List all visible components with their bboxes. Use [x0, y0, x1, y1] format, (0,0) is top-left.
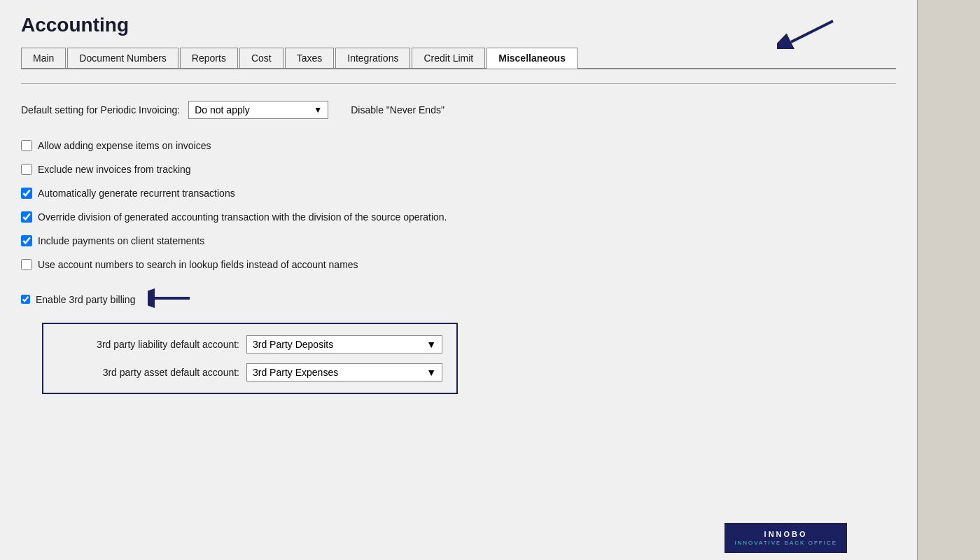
checkbox-enable-third-party[interactable]: [21, 295, 30, 304]
tab-credit-limit[interactable]: Credit Limit: [412, 48, 485, 68]
label-account-numbers: Use account numbers to search in lookup …: [38, 259, 358, 270]
innobo-subtitle: INNOVATIVE BACK OFFICE: [734, 540, 837, 546]
asset-account-dropdown[interactable]: 3rd Party Expenses ▼: [246, 363, 442, 382]
page-title: Accounting: [21, 14, 896, 36]
liability-dropdown-arrow-icon: ▼: [426, 339, 436, 350]
label-exclude-invoices: Exclude new invoices from tracking: [38, 164, 191, 175]
checkbox-auto-generate[interactable]: [21, 188, 32, 199]
innobo-logo: INNOBO INNOVATIVE BACK OFFICE: [724, 523, 847, 553]
asset-account-value: 3rd Party Expenses: [253, 367, 338, 378]
asset-account-label: 3rd party asset default account:: [57, 367, 239, 378]
tab-cost[interactable]: Cost: [239, 48, 284, 68]
svg-line-1: [791, 21, 833, 42]
liability-account-dropdown[interactable]: 3rd Party Deposits ▼: [246, 335, 442, 354]
checkbox-include-payments[interactable]: [21, 235, 32, 246]
arrow-annotation-billing: [148, 284, 197, 314]
arrow-annotation-top: [777, 14, 840, 51]
dropdown-arrow-icon: ▼: [314, 105, 322, 115]
separator: [21, 83, 896, 84]
checkbox-row-include-payments: Include payments on client statements: [21, 235, 896, 246]
third-party-section: Enable 3rd party billing 3rd party liabi…: [21, 284, 896, 394]
tab-integrations[interactable]: Integrations: [335, 48, 410, 68]
checkbox-row-exclude-invoices: Exclude new invoices from tracking: [21, 164, 896, 175]
label-expense-items: Allow adding expense items on invoices: [38, 140, 211, 151]
liability-account-row: 3rd party liability default account: 3rd…: [57, 335, 442, 354]
checkbox-override-division[interactable]: [21, 211, 32, 223]
disable-note: Disable "Never Ends": [351, 104, 444, 115]
periodic-invoicing-value: Do not apply: [195, 104, 250, 115]
checkbox-expense-items[interactable]: [21, 140, 32, 151]
checkbox-exclude-invoices[interactable]: [21, 164, 32, 175]
liability-account-value: 3rd Party Deposits: [253, 339, 333, 350]
checkbox-row-auto-generate: Automatically generate recurrent transac…: [21, 188, 896, 199]
scrollbar-area[interactable]: [917, 0, 980, 560]
innobo-name: INNOBO: [734, 530, 837, 538]
checkbox-row-override-division: Override division of generated accountin…: [21, 211, 896, 223]
tab-reports[interactable]: Reports: [180, 48, 238, 68]
label-include-payments: Include payments on client statements: [38, 235, 204, 246]
tab-miscellaneous[interactable]: Miscellaneous: [486, 48, 578, 69]
checkbox-row-account-numbers: Use account numbers to search in lookup …: [21, 259, 896, 270]
checkbox-row-expense-items: Allow adding expense items on invoices: [21, 140, 896, 151]
tab-main[interactable]: Main: [21, 48, 66, 68]
checkbox-account-numbers[interactable]: [21, 259, 32, 270]
tab-document-numbers[interactable]: Document Numbers: [67, 48, 178, 68]
asset-account-row: 3rd party asset default account: 3rd Par…: [57, 363, 442, 382]
periodic-invoicing-dropdown[interactable]: Do not apply ▼: [188, 101, 328, 119]
periodic-invoicing-row: Default setting for Periodic Invoicing: …: [21, 101, 896, 119]
label-enable-third-party: Enable 3rd party billing: [36, 294, 135, 305]
third-party-box: 3rd party liability default account: 3rd…: [42, 323, 458, 394]
label-override-division: Override division of generated accountin…: [38, 211, 447, 223]
tabs-container: Main Document Numbers Reports Cost Taxes…: [21, 48, 896, 69]
third-party-billing-row: Enable 3rd party billing: [21, 284, 896, 314]
liability-account-label: 3rd party liability default account:: [57, 339, 239, 350]
periodic-invoicing-label: Default setting for Periodic Invoicing:: [21, 104, 180, 115]
tab-taxes[interactable]: Taxes: [285, 48, 335, 68]
checkbox-group: Allow adding expense items on invoices E…: [21, 140, 896, 270]
main-content: Accounting Main Document Numbers Reports…: [0, 0, 917, 560]
label-auto-generate: Automatically generate recurrent transac…: [38, 188, 235, 199]
asset-dropdown-arrow-icon: ▼: [426, 367, 436, 378]
